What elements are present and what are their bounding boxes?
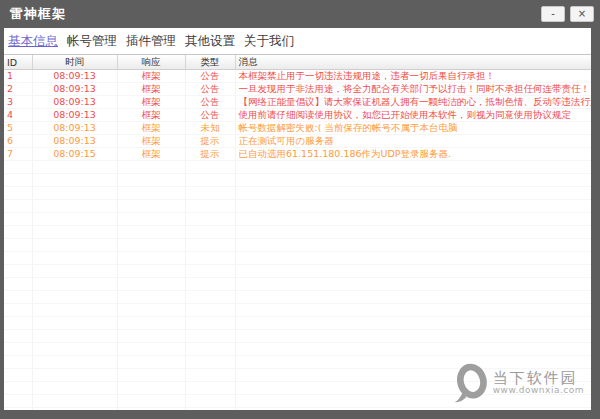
cell-responder: 框架	[117, 109, 185, 122]
column-header[interactable]: 响应	[117, 55, 185, 70]
empty-row	[4, 317, 591, 330]
cell-responder: 框架	[117, 148, 185, 161]
content-area: 基本信息帐号管理插件管理其他设置关于我们 ID时间响应类型消息 108:09:1…	[4, 28, 591, 410]
cell-message: 已自动选用61.151.180.186作为UDP登录服务器.	[235, 148, 591, 161]
empty-row	[4, 252, 591, 265]
cell-id: 3	[4, 96, 32, 109]
cell-responder: 框架	[117, 96, 185, 109]
cell-id: 1	[4, 70, 32, 83]
menu-tab-1[interactable]: 帐号管理	[67, 33, 117, 50]
cell-type: 未知	[185, 122, 235, 135]
cell-responder: 框架	[117, 122, 185, 135]
empty-row	[4, 239, 591, 252]
table-row[interactable]: 708:09:15框架提示已自动选用61.151.180.186作为UDP登录服…	[4, 148, 591, 161]
cell-message: 帐号数据解密失败:( 当前保存的帐号不属于本台电脑	[235, 122, 591, 135]
cell-time: 08:09:13	[32, 96, 117, 109]
cell-id: 5	[4, 122, 32, 135]
app-window: 雷神框架 - × 基本信息帐号管理插件管理其他设置关于我们 ID时间响应类型消息…	[0, 0, 600, 419]
cell-time: 08:09:13	[32, 70, 117, 83]
cell-id: 7	[4, 148, 32, 161]
cell-responder: 框架	[117, 135, 185, 148]
title-bar[interactable]: 雷神框架 - ×	[0, 0, 600, 28]
column-header[interactable]: 类型	[185, 55, 235, 70]
cell-type: 公告	[185, 83, 235, 96]
column-header[interactable]: 消息	[235, 55, 591, 70]
table-row[interactable]: 208:09:13框架公告一旦发现用于非法用途，将全力配合有关部门予以打击！同时…	[4, 83, 591, 96]
empty-row	[4, 265, 591, 278]
table-row[interactable]: 108:09:13框架公告本框架禁止用于一切违法违规用途，违者一切后果自行承担！	[4, 70, 591, 83]
cell-time: 08:09:15	[32, 148, 117, 161]
log-table: ID时间响应类型消息 108:09:13框架公告本框架禁止用于一切违法违规用途，…	[4, 55, 591, 410]
column-header[interactable]: ID	[4, 55, 32, 70]
empty-row	[4, 356, 591, 369]
empty-row	[4, 408, 591, 411]
empty-row	[4, 174, 591, 187]
empty-row	[4, 200, 591, 213]
window-title: 雷神框架	[10, 5, 536, 23]
cell-time: 08:09:13	[32, 109, 117, 122]
cell-message: 一旦发现用于非法用途，将全力配合有关部门予以打击！同时不承担任何连带责任！	[235, 83, 591, 96]
menu-tab-0[interactable]: 基本信息	[8, 33, 58, 50]
cell-type: 提示	[185, 148, 235, 161]
cell-time: 08:09:13	[32, 135, 117, 148]
empty-row	[4, 304, 591, 317]
cell-message: 正在测试可用の服务器	[235, 135, 591, 148]
empty-row	[4, 395, 591, 408]
cell-type: 公告	[185, 109, 235, 122]
cell-type: 公告	[185, 70, 235, 83]
table-row[interactable]: 508:09:13框架未知帐号数据解密失败:( 当前保存的帐号不属于本台电脑	[4, 122, 591, 135]
empty-row	[4, 187, 591, 200]
table-row[interactable]: 308:09:13框架公告【网络正能量倡议】请大家保证机器人拥有一颗纯洁的心，抵…	[4, 96, 591, 109]
empty-row	[4, 161, 591, 174]
menu-tab-3[interactable]: 其他设置	[185, 33, 235, 50]
cell-message: 【网络正能量倡议】请大家保证机器人拥有一颗纯洁的心，抵制色情、反动等违法行为！	[235, 96, 591, 109]
cell-type: 提示	[185, 135, 235, 148]
empty-row	[4, 343, 591, 356]
empty-row	[4, 330, 591, 343]
cell-id: 6	[4, 135, 32, 148]
cell-id: 4	[4, 109, 32, 122]
menu-tab-4[interactable]: 关于我们	[244, 33, 294, 50]
cell-message: 使用前请仔细阅读使用协议，如您已开始使用本软件，则视为同意使用协议规定	[235, 109, 591, 122]
cell-id: 2	[4, 83, 32, 96]
column-header[interactable]: 时间	[32, 55, 117, 70]
cell-time: 08:09:13	[32, 122, 117, 135]
menu-tab-2[interactable]: 插件管理	[126, 33, 176, 50]
empty-row	[4, 226, 591, 239]
empty-row	[4, 278, 591, 291]
log-table-container: ID时间响应类型消息 108:09:13框架公告本框架禁止用于一切违法违规用途，…	[4, 54, 591, 410]
empty-row	[4, 291, 591, 304]
cell-time: 08:09:13	[32, 83, 117, 96]
empty-row	[4, 369, 591, 382]
close-button[interactable]: ×	[570, 6, 594, 22]
cell-type: 公告	[185, 96, 235, 109]
cell-message: 本框架禁止用于一切违法违规用途，违者一切后果自行承担！	[235, 70, 591, 83]
minimize-button[interactable]: -	[541, 6, 565, 22]
empty-row	[4, 213, 591, 226]
cell-responder: 框架	[117, 83, 185, 96]
cell-responder: 框架	[117, 70, 185, 83]
table-row[interactable]: 408:09:13框架公告使用前请仔细阅读使用协议，如您已开始使用本软件，则视为…	[4, 109, 591, 122]
empty-row	[4, 382, 591, 395]
menu-bar: 基本信息帐号管理插件管理其他设置关于我们	[4, 28, 591, 54]
table-row[interactable]: 608:09:13框架提示正在测试可用の服务器	[4, 135, 591, 148]
table-header-row: ID时间响应类型消息	[4, 55, 591, 70]
